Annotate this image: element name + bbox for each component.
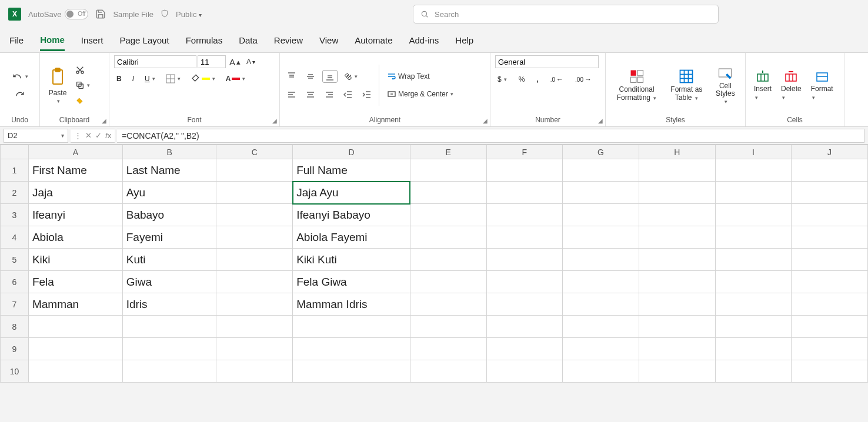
cancel-icon[interactable]: ✕ bbox=[85, 131, 92, 140]
cell-E2[interactable] bbox=[410, 182, 486, 204]
cell-F6[interactable] bbox=[486, 271, 563, 293]
cell-H9[interactable] bbox=[639, 338, 715, 360]
cell-E6[interactable] bbox=[410, 271, 486, 293]
font-color-button[interactable]: A▾ bbox=[223, 73, 248, 84]
align-left-button[interactable] bbox=[285, 89, 299, 101]
cell-G1[interactable] bbox=[563, 159, 639, 182]
row-header-1[interactable]: 1 bbox=[1, 159, 29, 182]
row-header-9[interactable]: 9 bbox=[1, 338, 29, 360]
menu-formulas[interactable]: Formulas bbox=[186, 31, 223, 50]
cell-B9[interactable] bbox=[122, 338, 216, 360]
fx-menu-icon[interactable]: ⋮ bbox=[74, 131, 82, 140]
cell-A5[interactable]: Kiki bbox=[28, 249, 122, 271]
cell-I8[interactable] bbox=[715, 316, 792, 338]
cell-J9[interactable] bbox=[792, 338, 868, 360]
file-name[interactable]: Sample File bbox=[113, 10, 153, 19]
row-header-5[interactable]: 5 bbox=[1, 249, 29, 271]
increase-decimal-button[interactable]: .0← bbox=[548, 74, 566, 85]
cell-G8[interactable] bbox=[563, 316, 639, 338]
merge-center-button[interactable]: Merge & Center ▾ bbox=[384, 88, 456, 100]
align-top-button[interactable] bbox=[285, 71, 299, 82]
cell-J2[interactable] bbox=[792, 182, 868, 204]
cell-E3[interactable] bbox=[410, 204, 486, 226]
cell-B8[interactable] bbox=[122, 316, 216, 338]
align-center-button[interactable] bbox=[303, 89, 318, 101]
col-header-F[interactable]: F bbox=[486, 145, 563, 159]
cell-H7[interactable] bbox=[639, 293, 715, 316]
cell-F10[interactable] bbox=[486, 360, 563, 383]
cell-J5[interactable] bbox=[792, 249, 868, 271]
col-header-G[interactable]: G bbox=[563, 145, 639, 159]
cell-A2[interactable]: Jaja bbox=[28, 182, 122, 204]
cell-D4[interactable]: Abiola Fayemi bbox=[293, 226, 410, 249]
cell-D2[interactable]: Jaja Ayu bbox=[293, 182, 410, 204]
cell-B2[interactable]: Ayu bbox=[122, 182, 216, 204]
cell-J10[interactable] bbox=[792, 360, 868, 383]
cell-F1[interactable] bbox=[486, 159, 563, 182]
cell-F4[interactable] bbox=[486, 226, 563, 249]
menu-view[interactable]: View bbox=[319, 31, 338, 50]
cell-D3[interactable]: Ifeanyi Babayo bbox=[293, 204, 410, 226]
cell-H8[interactable] bbox=[639, 316, 715, 338]
format-cells-button[interactable]: Format▾ bbox=[807, 68, 837, 102]
paste-button[interactable]: Paste▾ bbox=[45, 65, 71, 105]
cell-A3[interactable]: Ifeanyi bbox=[28, 204, 122, 226]
menu-home[interactable]: Home bbox=[40, 30, 65, 51]
align-bottom-button[interactable] bbox=[322, 70, 338, 83]
cell-B7[interactable]: Idris bbox=[122, 293, 216, 316]
cell-I10[interactable] bbox=[715, 360, 792, 383]
currency-button[interactable]: $▾ bbox=[495, 74, 509, 85]
cell-F8[interactable] bbox=[486, 316, 563, 338]
col-header-B[interactable]: B bbox=[122, 145, 216, 159]
cell-J7[interactable] bbox=[792, 293, 868, 316]
name-box[interactable]: D2 ▾ bbox=[4, 129, 68, 143]
cell-B6[interactable]: Giwa bbox=[122, 271, 216, 293]
cell-styles-button[interactable]: Cell Styles ▾ bbox=[710, 63, 740, 107]
enter-icon[interactable]: ✓ bbox=[95, 131, 102, 140]
increase-font-button[interactable]: A▴ bbox=[227, 56, 243, 68]
cell-C10[interactable] bbox=[216, 360, 293, 383]
cell-J3[interactable] bbox=[792, 204, 868, 226]
menu-addins[interactable]: Add-ins bbox=[409, 31, 439, 50]
cell-E5[interactable] bbox=[410, 249, 486, 271]
cell-D5[interactable]: Kiki Kuti bbox=[293, 249, 410, 271]
italic-button[interactable]: I bbox=[130, 73, 136, 84]
menu-file[interactable]: File bbox=[9, 31, 24, 50]
clipboard-launcher[interactable]: ◢ bbox=[102, 118, 106, 124]
delete-cells-button[interactable]: Delete▾ bbox=[777, 68, 805, 102]
cell-J4[interactable] bbox=[792, 226, 868, 249]
orientation-button[interactable]: ab▾ bbox=[342, 71, 360, 82]
cell-C6[interactable] bbox=[216, 271, 293, 293]
cell-I7[interactable] bbox=[715, 293, 792, 316]
spreadsheet-grid[interactable]: ABCDEFGHIJ1First NameLast NameFull Name2… bbox=[0, 145, 868, 383]
menu-help[interactable]: Help bbox=[455, 31, 473, 50]
col-header-E[interactable]: E bbox=[410, 145, 486, 159]
cell-H10[interactable] bbox=[639, 360, 715, 383]
cell-H2[interactable] bbox=[639, 182, 715, 204]
wrap-text-button[interactable]: Wrap Text bbox=[384, 71, 456, 82]
format-as-table-button[interactable]: Format as Table ▾ bbox=[666, 67, 707, 102]
cell-A1[interactable]: First Name bbox=[28, 159, 122, 182]
row-header-3[interactable]: 3 bbox=[1, 204, 29, 226]
number-format-select[interactable] bbox=[495, 55, 599, 68]
menu-review[interactable]: Review bbox=[274, 31, 303, 50]
menu-page-layout[interactable]: Page Layout bbox=[119, 31, 169, 50]
col-header-C[interactable]: C bbox=[216, 145, 293, 159]
cell-C5[interactable] bbox=[216, 249, 293, 271]
shield-icon[interactable] bbox=[161, 9, 169, 19]
search-input[interactable]: Search bbox=[413, 5, 719, 24]
cell-C7[interactable] bbox=[216, 293, 293, 316]
redo-button[interactable] bbox=[12, 88, 28, 100]
fill-color-button[interactable]: ▾ bbox=[189, 73, 218, 85]
cell-H1[interactable] bbox=[639, 159, 715, 182]
cell-I2[interactable] bbox=[715, 182, 792, 204]
cell-B4[interactable]: Fayemi bbox=[122, 226, 216, 249]
row-header-6[interactable]: 6 bbox=[1, 271, 29, 293]
cell-F3[interactable] bbox=[486, 204, 563, 226]
col-header-I[interactable]: I bbox=[715, 145, 792, 159]
cell-B1[interactable]: Last Name bbox=[122, 159, 216, 182]
col-header-D[interactable]: D bbox=[293, 145, 410, 159]
row-header-7[interactable]: 7 bbox=[1, 293, 29, 316]
menu-automate[interactable]: Automate bbox=[355, 31, 392, 50]
cell-C3[interactable] bbox=[216, 204, 293, 226]
